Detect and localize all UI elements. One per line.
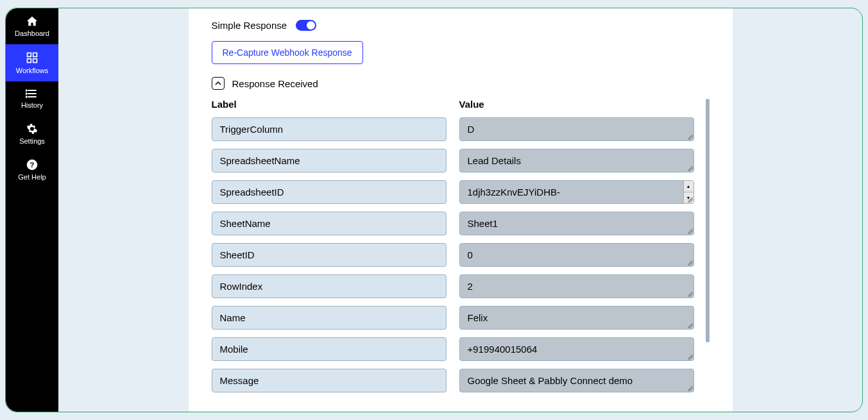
value-column-header: Value — [459, 99, 694, 110]
svg-rect-3 — [33, 59, 37, 63]
row-value[interactable]: D — [459, 117, 694, 141]
recapture-button[interactable]: Re-Capture Webhook Response — [212, 41, 363, 64]
response-received-title: Response Received — [232, 78, 318, 89]
spinner-up-icon[interactable]: ▲ — [684, 181, 694, 192]
row-label[interactable]: Mobile — [212, 337, 447, 361]
sidebar-item-history[interactable]: History — [6, 81, 58, 116]
svg-text:?: ? — [30, 161, 35, 169]
sidebar-item-label: Dashboard — [15, 29, 49, 37]
chevron-up-icon — [215, 80, 221, 87]
row-label[interactable]: Name — [212, 306, 447, 330]
table-row: SpreadsheetName Lead Details — [212, 149, 710, 172]
workflow-icon — [26, 51, 38, 64]
svg-point-9 — [26, 96, 27, 97]
table-row: SheetID 0 — [212, 243, 710, 267]
table-row: SheetName Sheet1 — [212, 212, 710, 235]
svg-point-7 — [26, 90, 27, 91]
app-window: Dashboard Workflows History Settings ? G… — [5, 8, 863, 412]
sidebar-item-label: History — [21, 101, 43, 109]
sidebar-item-settings[interactable]: Settings — [6, 116, 58, 152]
scrollbar-thumb[interactable] — [706, 99, 710, 342]
row-label[interactable]: SpreadsheetName — [212, 149, 447, 172]
row-value[interactable]: 1djh3zzKnvEJYiDHB- ▲ ▼ — [459, 180, 694, 204]
content-area: Simple Response Re-Capture Webhook Respo… — [58, 8, 862, 412]
collapse-button[interactable] — [212, 77, 225, 90]
sidebar-item-label: Workflows — [16, 67, 49, 74]
table-header: Label Value — [212, 99, 710, 110]
table-row: RowIndex 2 — [212, 274, 710, 298]
simple-response-label: Simple Response — [212, 20, 287, 31]
gear-icon — [26, 123, 38, 135]
sidebar-item-workflows[interactable]: Workflows — [6, 44, 58, 81]
row-label[interactable]: SpreadsheetID — [212, 180, 447, 204]
table-row: Message Google Sheet & Pabbly Connect de… — [212, 369, 710, 392]
row-value[interactable]: Felix — [459, 306, 694, 330]
spinner-down-icon[interactable]: ▼ — [684, 192, 694, 203]
svg-point-8 — [26, 93, 27, 94]
simple-response-toggle[interactable] — [296, 20, 316, 31]
label-column-header: Label — [212, 99, 447, 110]
sidebar-item-label: Settings — [19, 137, 45, 145]
row-value-text: 1djh3zzKnvEJYiDHB- — [468, 187, 561, 197]
row-label[interactable]: SheetName — [212, 212, 447, 235]
row-label[interactable]: SheetID — [212, 243, 447, 267]
row-value[interactable]: +919940015064 — [459, 337, 694, 361]
history-icon — [26, 88, 38, 99]
sidebar-item-gethelp[interactable]: ? Get Help — [6, 152, 58, 188]
simple-response-row: Simple Response — [212, 20, 710, 31]
sidebar-item-label: Get Help — [18, 173, 46, 181]
sidebar-item-dashboard[interactable]: Dashboard — [6, 8, 58, 44]
table-row: Mobile +919940015064 — [212, 337, 710, 361]
table-rows: TriggerColumn D SpreadsheetName Lead Det… — [212, 117, 710, 392]
svg-rect-0 — [28, 53, 31, 57]
svg-rect-2 — [28, 59, 31, 63]
scrollbar-track[interactable] — [706, 99, 710, 392]
row-label[interactable]: Message — [212, 369, 447, 392]
row-value[interactable]: Google Sheet & Pabbly Connect demo — [459, 369, 694, 392]
row-value[interactable]: 2 — [459, 274, 694, 298]
table-row: SpreadsheetID 1djh3zzKnvEJYiDHB- ▲ ▼ — [212, 180, 710, 204]
home-icon — [26, 15, 38, 27]
spinner-control[interactable]: ▲ ▼ — [683, 181, 694, 203]
svg-rect-1 — [33, 53, 37, 57]
row-label[interactable]: TriggerColumn — [212, 117, 447, 141]
row-value[interactable]: Sheet1 — [459, 212, 694, 235]
main-panel: Simple Response Re-Capture Webhook Respo… — [189, 8, 733, 412]
help-icon: ? — [26, 159, 38, 171]
row-label[interactable]: RowIndex — [212, 274, 447, 298]
row-value[interactable]: 0 — [459, 243, 694, 267]
row-value[interactable]: Lead Details — [459, 149, 694, 172]
response-received-header: Response Received — [212, 77, 710, 90]
sidebar: Dashboard Workflows History Settings ? G… — [6, 8, 58, 412]
response-table: Label Value TriggerColumn D SpreadsheetN… — [212, 99, 710, 392]
table-row: TriggerColumn D — [212, 117, 710, 141]
table-row: Name Felix — [212, 306, 710, 330]
